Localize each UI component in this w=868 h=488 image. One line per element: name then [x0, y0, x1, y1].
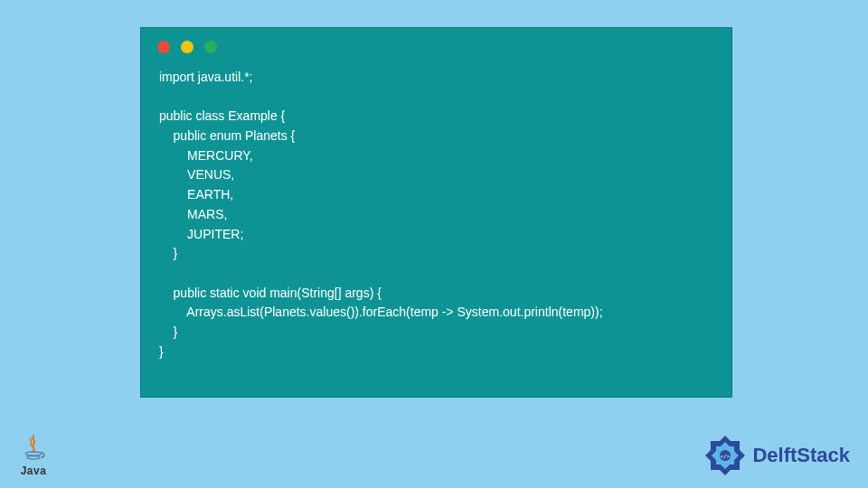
java-cup-icon — [18, 432, 49, 463]
java-label: Java — [21, 465, 47, 477]
minimize-icon — [181, 41, 193, 53]
svg-text:</>: </> — [721, 453, 731, 459]
delftstack-logo: </> DelftStack — [703, 434, 850, 477]
close-icon — [157, 41, 170, 53]
code-block: import java.util.*; public class Example… — [141, 59, 731, 380]
window-traffic-lights — [141, 28, 731, 59]
delftstack-badge-icon: </> — [703, 434, 747, 477]
delftstack-label: DelftStack — [752, 444, 850, 467]
maximize-icon — [204, 41, 217, 53]
java-logo: Java — [18, 432, 49, 477]
svg-point-1 — [27, 456, 40, 460]
code-window: import java.util.*; public class Example… — [140, 27, 732, 398]
svg-point-0 — [26, 452, 42, 455]
